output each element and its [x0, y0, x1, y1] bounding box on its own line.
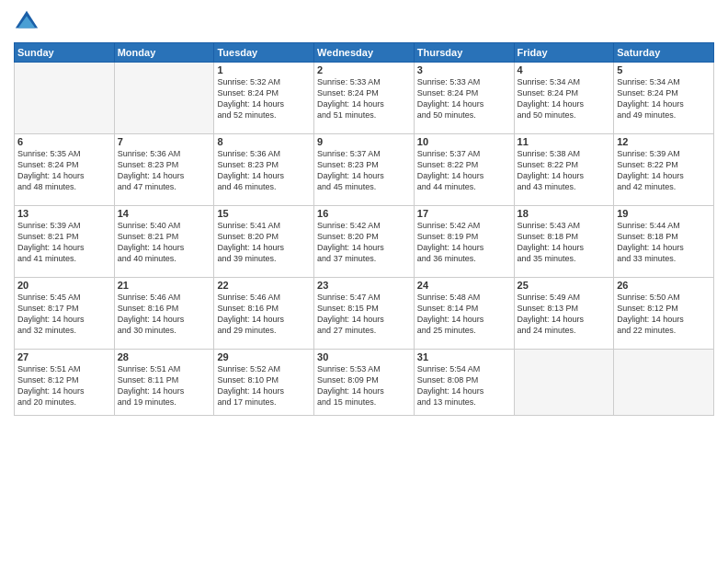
page: SundayMondayTuesdayWednesdayThursdayFrid…: [0, 0, 728, 563]
calendar-cell: 25Sunrise: 5:49 AM Sunset: 8:13 PM Dayli…: [514, 278, 614, 350]
day-info: Sunrise: 5:37 AM Sunset: 8:23 PM Dayligh…: [317, 148, 411, 193]
day-info: Sunrise: 5:46 AM Sunset: 8:16 PM Dayligh…: [118, 292, 211, 337]
calendar-cell: 3Sunrise: 5:33 AM Sunset: 8:24 PM Daylig…: [414, 63, 514, 134]
calendar-cell: 23Sunrise: 5:47 AM Sunset: 8:15 PM Dayli…: [314, 278, 415, 350]
calendar-cell: 28Sunrise: 5:51 AM Sunset: 8:11 PM Dayli…: [114, 350, 214, 416]
calendar-cell: 29Sunrise: 5:52 AM Sunset: 8:10 PM Dayli…: [214, 350, 314, 416]
calendar-cell: 7Sunrise: 5:36 AM Sunset: 8:23 PM Daylig…: [114, 134, 214, 206]
calendar-cell: 16Sunrise: 5:42 AM Sunset: 8:20 PM Dayli…: [314, 206, 415, 278]
day-number: 4: [518, 64, 611, 75]
calendar-cell: 6Sunrise: 5:35 AM Sunset: 8:24 PM Daylig…: [15, 134, 115, 206]
weekday-header: Monday: [114, 43, 214, 63]
day-info: Sunrise: 5:36 AM Sunset: 8:23 PM Dayligh…: [217, 148, 311, 193]
calendar-week-row: 6Sunrise: 5:35 AM Sunset: 8:24 PM Daylig…: [15, 134, 714, 206]
calendar-cell: 14Sunrise: 5:40 AM Sunset: 8:21 PM Dayli…: [114, 206, 214, 278]
calendar-week-row: 13Sunrise: 5:39 AM Sunset: 8:21 PM Dayli…: [15, 206, 714, 278]
day-number: 1: [217, 64, 311, 75]
day-info: Sunrise: 5:39 AM Sunset: 8:21 PM Dayligh…: [17, 220, 111, 265]
day-info: Sunrise: 5:33 AM Sunset: 8:24 PM Dayligh…: [317, 76, 411, 121]
day-info: Sunrise: 5:37 AM Sunset: 8:22 PM Dayligh…: [417, 148, 511, 193]
day-info: Sunrise: 5:34 AM Sunset: 8:24 PM Dayligh…: [617, 76, 711, 121]
calendar-cell: 21Sunrise: 5:46 AM Sunset: 8:16 PM Dayli…: [114, 278, 214, 350]
weekday-header: Saturday: [614, 43, 714, 63]
day-info: Sunrise: 5:51 AM Sunset: 8:11 PM Dayligh…: [118, 363, 211, 408]
day-info: Sunrise: 5:36 AM Sunset: 8:23 PM Dayligh…: [118, 148, 211, 193]
day-info: Sunrise: 5:39 AM Sunset: 8:22 PM Dayligh…: [617, 148, 711, 193]
day-info: Sunrise: 5:54 AM Sunset: 8:08 PM Dayligh…: [417, 363, 511, 408]
calendar-week-row: 1Sunrise: 5:32 AM Sunset: 8:24 PM Daylig…: [15, 63, 714, 134]
day-number: 29: [217, 351, 311, 362]
logo: [14, 9, 43, 35]
calendar-cell: [114, 63, 214, 134]
day-number: 13: [17, 208, 111, 219]
calendar-cell: [614, 350, 714, 416]
day-number: 9: [317, 136, 411, 147]
day-number: 31: [417, 351, 511, 362]
calendar-cell: 5Sunrise: 5:34 AM Sunset: 8:24 PM Daylig…: [614, 63, 714, 134]
day-number: 24: [417, 280, 511, 291]
day-info: Sunrise: 5:44 AM Sunset: 8:18 PM Dayligh…: [617, 220, 711, 265]
day-info: Sunrise: 5:33 AM Sunset: 8:24 PM Dayligh…: [417, 76, 511, 121]
day-number: 10: [417, 136, 511, 147]
day-number: 5: [617, 64, 711, 75]
day-number: 7: [118, 136, 211, 147]
calendar-cell: [514, 350, 614, 416]
header: [14, 9, 714, 35]
day-number: 11: [518, 136, 611, 147]
calendar-cell: 15Sunrise: 5:41 AM Sunset: 8:20 PM Dayli…: [214, 206, 314, 278]
day-number: 18: [518, 208, 611, 219]
day-info: Sunrise: 5:46 AM Sunset: 8:16 PM Dayligh…: [217, 292, 311, 337]
calendar-cell: 31Sunrise: 5:54 AM Sunset: 8:08 PM Dayli…: [414, 350, 514, 416]
day-info: Sunrise: 5:53 AM Sunset: 8:09 PM Dayligh…: [317, 363, 411, 408]
calendar-table: SundayMondayTuesdayWednesdayThursdayFrid…: [14, 42, 714, 416]
calendar-cell: 27Sunrise: 5:51 AM Sunset: 8:12 PM Dayli…: [15, 350, 115, 416]
day-info: Sunrise: 5:41 AM Sunset: 8:20 PM Dayligh…: [217, 220, 311, 265]
calendar-cell: 10Sunrise: 5:37 AM Sunset: 8:22 PM Dayli…: [414, 134, 514, 206]
day-number: 22: [217, 280, 311, 291]
day-number: 26: [617, 280, 711, 291]
calendar-cell: 9Sunrise: 5:37 AM Sunset: 8:23 PM Daylig…: [314, 134, 415, 206]
calendar-cell: 11Sunrise: 5:38 AM Sunset: 8:22 PM Dayli…: [514, 134, 614, 206]
day-number: 30: [317, 351, 411, 362]
day-number: 15: [217, 208, 311, 219]
day-info: Sunrise: 5:35 AM Sunset: 8:24 PM Dayligh…: [17, 148, 111, 193]
calendar-week-row: 20Sunrise: 5:45 AM Sunset: 8:17 PM Dayli…: [15, 278, 714, 350]
calendar-cell: 26Sunrise: 5:50 AM Sunset: 8:12 PM Dayli…: [614, 278, 714, 350]
calendar-cell: 19Sunrise: 5:44 AM Sunset: 8:18 PM Dayli…: [614, 206, 714, 278]
calendar-cell: 17Sunrise: 5:42 AM Sunset: 8:19 PM Dayli…: [414, 206, 514, 278]
day-number: 3: [417, 64, 511, 75]
day-info: Sunrise: 5:38 AM Sunset: 8:22 PM Dayligh…: [518, 148, 611, 193]
day-info: Sunrise: 5:45 AM Sunset: 8:17 PM Dayligh…: [17, 292, 111, 337]
day-info: Sunrise: 5:43 AM Sunset: 8:18 PM Dayligh…: [518, 220, 611, 265]
calendar-cell: 20Sunrise: 5:45 AM Sunset: 8:17 PM Dayli…: [15, 278, 115, 350]
weekday-header: Friday: [514, 43, 614, 63]
day-number: 27: [17, 351, 111, 362]
day-number: 19: [617, 208, 711, 219]
calendar-cell: 8Sunrise: 5:36 AM Sunset: 8:23 PM Daylig…: [214, 134, 314, 206]
day-number: 20: [17, 280, 111, 291]
calendar-week-row: 27Sunrise: 5:51 AM Sunset: 8:12 PM Dayli…: [15, 350, 714, 416]
day-number: 8: [217, 136, 311, 147]
day-info: Sunrise: 5:47 AM Sunset: 8:15 PM Dayligh…: [317, 292, 411, 337]
day-info: Sunrise: 5:48 AM Sunset: 8:14 PM Dayligh…: [417, 292, 511, 337]
logo-icon: [14, 9, 40, 35]
weekday-header: Sunday: [15, 43, 115, 63]
calendar-cell: 18Sunrise: 5:43 AM Sunset: 8:18 PM Dayli…: [514, 206, 614, 278]
day-info: Sunrise: 5:49 AM Sunset: 8:13 PM Dayligh…: [518, 292, 611, 337]
day-info: Sunrise: 5:50 AM Sunset: 8:12 PM Dayligh…: [617, 292, 711, 337]
calendar-cell: 22Sunrise: 5:46 AM Sunset: 8:16 PM Dayli…: [214, 278, 314, 350]
calendar-cell: 1Sunrise: 5:32 AM Sunset: 8:24 PM Daylig…: [214, 63, 314, 134]
day-info: Sunrise: 5:40 AM Sunset: 8:21 PM Dayligh…: [118, 220, 211, 265]
day-number: 17: [417, 208, 511, 219]
day-number: 16: [317, 208, 411, 219]
weekday-header: Wednesday: [314, 43, 415, 63]
day-info: Sunrise: 5:42 AM Sunset: 8:20 PM Dayligh…: [317, 220, 411, 265]
calendar-cell: 24Sunrise: 5:48 AM Sunset: 8:14 PM Dayli…: [414, 278, 514, 350]
calendar-cell: 13Sunrise: 5:39 AM Sunset: 8:21 PM Dayli…: [15, 206, 115, 278]
day-number: 28: [118, 351, 211, 362]
weekday-header: Thursday: [414, 43, 514, 63]
day-number: 14: [118, 208, 211, 219]
day-info: Sunrise: 5:52 AM Sunset: 8:10 PM Dayligh…: [217, 363, 311, 408]
calendar-cell: 12Sunrise: 5:39 AM Sunset: 8:22 PM Dayli…: [614, 134, 714, 206]
day-number: 25: [518, 280, 611, 291]
